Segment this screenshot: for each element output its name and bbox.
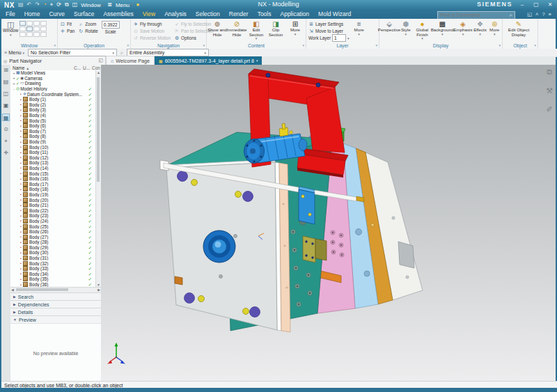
- tree-row-label[interactable]: Body (32): [29, 261, 48, 266]
- window-dropdown[interactable]: Window▾: [81, 2, 104, 8]
- touch-panel-icon[interactable]: ✛: [2, 149, 10, 157]
- emphasis-button[interactable]: ◈Emphasis▾: [453, 20, 473, 40]
- menu-dropdown[interactable]: Menu▾: [116, 2, 133, 8]
- tree-row-label[interactable]: Body (24): [29, 219, 48, 224]
- tree-vertical-scrollbar[interactable]: ▲ ▼: [95, 70, 101, 287]
- edit-object-display-button[interactable]: ✎ Edit Object Display: [503, 20, 534, 37]
- tree-row[interactable]: •Body (18)✓: [10, 187, 96, 192]
- tree-row[interactable]: •Body (3)✓: [10, 107, 96, 113]
- history-palette-icon[interactable]: ⌖: [2, 137, 10, 145]
- tree-row-label[interactable]: Body (8): [29, 134, 46, 139]
- touch-mode-icon[interactable]: ◔: [43, 1, 47, 9]
- microphone-icon[interactable]: ⌖: [50, 1, 54, 9]
- tree-row-label[interactable]: Body (14): [29, 166, 48, 171]
- tree-row-label[interactable]: Body (30): [29, 250, 48, 255]
- tree-row-label[interactable]: Body (23): [29, 213, 48, 218]
- perspective-button[interactable]: ⬙Perspective: [380, 20, 398, 40]
- close-button[interactable]: ✕: [546, 1, 554, 8]
- menu-tab-file[interactable]: File: [6, 10, 15, 19]
- tree-row[interactable]: •Body (9)✓: [10, 139, 96, 145]
- tree-row[interactable]: •Body (2)✓: [10, 102, 96, 108]
- window-layout-grid[interactable]: [19, 19, 47, 37]
- scale-value-input[interactable]: 0.3922: [102, 21, 120, 29]
- ribbon-options-icon[interactable]: ≡: [549, 11, 551, 17]
- blue-slide-block[interactable]: [299, 189, 315, 224]
- tree-row[interactable]: •Body (27)✓: [10, 234, 96, 240]
- tree-row[interactable]: •Body (12)✓: [10, 155, 96, 161]
- tree-row-label[interactable]: Body (6): [29, 123, 46, 128]
- clip-settings-icon[interactable]: ⚒: [546, 86, 553, 95]
- tree-row-label[interactable]: Body (13): [29, 160, 48, 165]
- undock-panel-icon[interactable]: ◱: [98, 58, 103, 63]
- full-screen-icon[interactable]: ◱: [527, 11, 532, 17]
- section-preview[interactable]: ▼Preview: [10, 315, 101, 323]
- edit-section-button[interactable]: ◧Edit Section▾: [246, 20, 266, 40]
- tree-row[interactable]: •Body (25)✓: [10, 224, 96, 229]
- tree-row-label[interactable]: Body (21): [29, 203, 48, 207]
- tree-row[interactable]: •✛Datum Coordinate System...✓: [10, 91, 96, 97]
- olive-latch-blocks[interactable]: [303, 236, 327, 262]
- tree-row-label[interactable]: Body (31): [29, 256, 48, 260]
- tree-row[interactable]: •Body (22)✓: [10, 207, 96, 213]
- tree-row-label[interactable]: Body (10): [29, 145, 48, 150]
- tab-welcome-page[interactable]: ⌂ Welcome Page: [106, 56, 155, 65]
- menu-tab-analysis[interactable]: Analysis: [164, 10, 187, 19]
- group-label-object[interactable]: Object▾: [503, 42, 538, 49]
- reverse-motion-button[interactable]: ↺Reverse Motion: [133, 35, 171, 41]
- tree-row-label[interactable]: Body (18): [29, 187, 48, 191]
- tree-row[interactable]: •Body (34)✓: [10, 272, 96, 277]
- tree-row[interactable]: •Body (6)✓: [10, 123, 96, 129]
- find-command-input[interactable]: [440, 12, 508, 18]
- group-label-content[interactable]: Content▾: [207, 42, 306, 49]
- tree-row-label[interactable]: Body (5): [29, 118, 46, 123]
- group-label-navigation[interactable]: Navigation▾: [131, 42, 206, 49]
- layer-more-button[interactable]: ≡ More▾: [351, 19, 368, 41]
- tree-row-label[interactable]: Body (11): [29, 150, 48, 155]
- reuse-library-icon[interactable]: ▣: [2, 102, 10, 109]
- find-command-box[interactable]: ⌕: [437, 11, 515, 19]
- menu-tab-mold-wizard[interactable]: Mold Wizard: [318, 10, 351, 19]
- tree-row-label[interactable]: Drawing: [25, 81, 41, 86]
- menu-tab-surface[interactable]: Surface: [74, 10, 94, 19]
- tree-row-label[interactable]: Body (16): [29, 176, 48, 181]
- selection-filter-dropdown[interactable]: No Selection Filter▾: [28, 49, 117, 56]
- mold-plate-stack[interactable]: [166, 132, 423, 332]
- tree-row[interactable]: •Body (29)✓: [10, 245, 96, 251]
- tree-row-label[interactable]: Body (3): [29, 107, 46, 112]
- content-more-button[interactable]: ⊞More▾: [285, 20, 305, 40]
- menu-tab-tools[interactable]: Tools: [258, 10, 272, 19]
- layers-visible-icon[interactable]: ⧉: [546, 68, 553, 77]
- tree-row-label[interactable]: Body (19): [29, 192, 48, 197]
- maximize-button[interactable]: ▢: [532, 1, 540, 8]
- group-label-display[interactable]: Display▾: [379, 42, 502, 49]
- menu-tab-assemblies[interactable]: Assemblies: [103, 10, 133, 19]
- tree-row-label[interactable]: Datum Coordinate System...: [27, 92, 82, 97]
- hd3d-tools-icon[interactable]: ◫: [2, 90, 10, 97]
- tree-row-label[interactable]: Body (22): [29, 208, 48, 213]
- tree-row[interactable]: •Body (8)✓: [10, 134, 96, 139]
- tree-row[interactable]: •Body (32)✓: [10, 260, 96, 266]
- copy-display-icon[interactable]: ⧉: [65, 1, 69, 9]
- undo-icon[interactable]: ↶: [26, 1, 31, 9]
- tree-row[interactable]: •Body (15)✓: [10, 171, 96, 176]
- tree-row[interactable]: •Body (7)✓: [10, 129, 96, 134]
- clip-section-button[interactable]: ◨Clip Section: [266, 20, 285, 40]
- zoom-button[interactable]: ⌕Zoom: [78, 21, 98, 27]
- save-motion-button[interactable]: ⊙Save Motion: [133, 28, 171, 34]
- tree-row[interactable]: •Body (28)✓: [10, 240, 96, 245]
- measure-icon[interactable]: ✐: [546, 105, 553, 114]
- panel-menu-icon[interactable]: ◎: [3, 58, 7, 63]
- group-label-layer[interactable]: Layer▾: [306, 42, 379, 49]
- menu-tab-application[interactable]: Application: [280, 10, 309, 19]
- move-to-layer-button[interactable]: ⇲Move to Layer: [308, 28, 350, 34]
- section-dependencies[interactable]: ▶Dependencies: [10, 300, 101, 308]
- rotate-button[interactable]: ↻Rotate: [78, 28, 98, 34]
- tree-row[interactable]: •Body (19)✓: [10, 192, 96, 198]
- tree-row[interactable]: +✓◉Cameras: [10, 76, 96, 81]
- constraint-navigator-icon[interactable]: ▤: [2, 78, 10, 86]
- show-and-hide-button[interactable]: ⊚Show and Hide: [207, 20, 227, 40]
- save-icon[interactable]: ▤: [18, 1, 24, 9]
- tree-row[interactable]: •Body (21)✓: [10, 203, 96, 208]
- minimize-button[interactable]: –: [518, 1, 526, 8]
- tree-row-label[interactable]: Body (29): [29, 245, 48, 250]
